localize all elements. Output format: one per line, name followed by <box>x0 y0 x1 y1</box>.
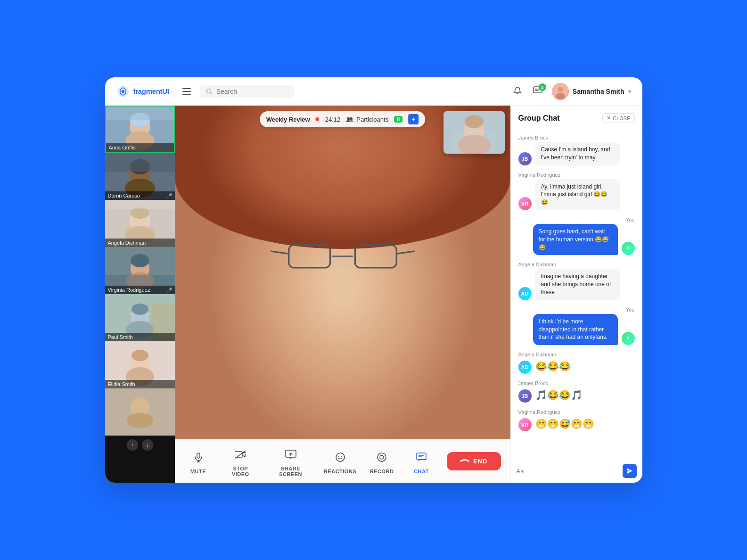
chat-messages: James Brock JB Cause I'm a island boy, a… <box>511 129 642 459</box>
mic-off-icon: 🎤 <box>166 288 172 293</box>
user-name: Samantha Smith <box>573 88 624 95</box>
svg-point-60 <box>378 453 386 461</box>
message-group: Virginia Rodriguez VR Ay, I'mma just isl… <box>518 172 635 210</box>
send-icon <box>626 468 633 474</box>
participant-name: Elidia Smith <box>105 380 175 388</box>
avatar-image <box>552 83 569 100</box>
participant-name: Paul Smith <box>105 333 175 341</box>
top-nav: fragmentUI <box>105 77 642 106</box>
svg-point-1 <box>122 90 124 93</box>
share-screen-button[interactable]: SHARE SCREEN <box>269 445 312 477</box>
message-avatar: JB <box>518 389 532 403</box>
participant-name: Darrin Caruso 🎤 <box>105 191 175 200</box>
participant-tile[interactable] <box>105 388 175 436</box>
message-bubble: 😁😁😅😁😁 <box>535 416 594 431</box>
message-sender: Virginia Rodriguez <box>518 409 635 415</box>
chat-button[interactable]: CHAT <box>407 448 435 474</box>
svg-rect-21 <box>105 200 175 209</box>
send-message-button[interactable] <box>623 464 637 478</box>
svg-point-58 <box>338 456 339 457</box>
message-row: JB Cause I'm a island boy, and I've been… <box>518 142 635 165</box>
chat-nav-button[interactable]: 2 <box>531 84 544 98</box>
participant-tile[interactable]: Elidia Smith <box>105 341 175 388</box>
scroll-down-button[interactable]: ↓ <box>142 439 153 451</box>
main-video-person <box>175 106 510 483</box>
add-participant-button[interactable]: + <box>408 114 419 124</box>
svg-rect-16 <box>105 153 175 172</box>
message-avatar: AD <box>518 287 532 300</box>
message-bubble: Song goes hard, can't wait for the human… <box>533 224 618 255</box>
scroll-up-button[interactable]: ↑ <box>127 439 138 451</box>
participants-info: Participants <box>346 116 388 123</box>
chat-input[interactable] <box>517 468 619 475</box>
stop-video-button[interactable]: STOP VIDEO <box>224 445 258 477</box>
svg-point-30 <box>131 304 148 315</box>
mute-button[interactable]: MUTE <box>184 448 213 474</box>
message-group: Angela Dishman AD Imagine having a daugh… <box>518 262 635 300</box>
svg-point-50 <box>465 115 484 128</box>
record-button[interactable]: RECORD <box>368 448 396 474</box>
participant-tile[interactable]: Angela Dishman <box>105 200 175 247</box>
svg-rect-52 <box>197 453 200 458</box>
svg-point-57 <box>336 453 345 461</box>
hamburger-button[interactable] <box>181 86 193 97</box>
participant-tile[interactable]: Darrin Caruso 🎤 <box>105 153 175 200</box>
message-bubble: 🎵😂😂🎵 <box>535 387 583 403</box>
participant-name: Angela Dishman <box>105 239 175 247</box>
recording-dot <box>316 117 320 121</box>
pip-video <box>443 111 505 154</box>
message-bubble: I think I'd be more disappointed in that… <box>533 314 618 345</box>
call-timer: 24:12 <box>325 116 341 123</box>
participant-video-unknown <box>105 388 175 436</box>
chat-icon <box>412 448 431 467</box>
logo-text: fragmentUI <box>133 87 169 95</box>
message-avatar: JB <box>518 152 532 165</box>
svg-point-59 <box>341 456 342 457</box>
message-row: VR Ay, I'mma just island girl, I'mma jus… <box>518 179 635 210</box>
message-sender: James Brock <box>518 380 635 386</box>
logo-icon <box>116 85 130 98</box>
end-call-icon <box>460 459 469 463</box>
message-row: AD Imagine having a daughter and she bri… <box>518 269 635 300</box>
message-sender: Angela Dishman <box>518 352 635 357</box>
svg-rect-62 <box>417 453 426 460</box>
close-chat-button[interactable]: ✕ CLOSE <box>602 113 634 123</box>
logo-area: fragmentUI <box>116 85 169 98</box>
svg-point-61 <box>380 455 384 459</box>
chat-panel: Group Chat ✕ CLOSE James Brock JB Cause … <box>510 106 642 483</box>
message-bubble: Cause I'm a island boy, and I've been tr… <box>535 142 620 165</box>
user-profile[interactable]: Samantha Smith ▾ <box>552 83 631 100</box>
message-group: James Brock JB Cause I'm a island boy, a… <box>518 135 635 165</box>
svg-point-25 <box>131 254 149 267</box>
message-sender: You <box>518 217 635 222</box>
reactions-label: REACTIONS <box>324 469 356 474</box>
participant-tile[interactable]: Anna Griffis <box>105 106 175 153</box>
message-bubble: Ay, I'mma just island girl, I'mma just i… <box>535 179 620 210</box>
record-label: RECORD <box>370 469 394 474</box>
avatar <box>552 83 569 100</box>
svg-point-5 <box>558 87 563 92</box>
app-window: fragmentUI <box>105 77 642 483</box>
participants-sidebar: Anna Griffis Da <box>105 106 175 483</box>
participant-name: Anna Griffis <box>106 143 174 152</box>
participant-tile[interactable]: Virginia Rodriguez 🎤 <box>105 247 175 294</box>
stop-video-icon <box>231 445 250 464</box>
video-main: Weekly Review 24:12 Participants 8 + <box>175 106 510 483</box>
record-icon <box>372 448 391 467</box>
message-group: James Brock JB 🎵😂😂🎵 <box>518 380 635 403</box>
bell-icon <box>513 86 522 95</box>
message-sender: Angela Dishman <box>518 262 635 267</box>
reactions-button[interactable]: REACTIONS <box>324 448 356 474</box>
end-call-button[interactable]: END <box>447 452 501 470</box>
search-input[interactable] <box>216 88 289 95</box>
mic-off-icon: 🎤 <box>166 193 172 198</box>
notifications-button[interactable] <box>511 84 524 98</box>
svg-point-46 <box>350 117 353 121</box>
message-group: You Y Song goes hard, can't wait for the… <box>518 217 635 255</box>
svg-rect-11 <box>106 107 174 120</box>
participants-icon <box>346 116 353 122</box>
message-bubble: Imagine having a daughter and she brings… <box>535 269 620 300</box>
message-row: Y Song goes hard, can't wait for the hum… <box>518 224 635 255</box>
participant-tile[interactable]: Paul Smith <box>105 294 175 341</box>
message-sender: You <box>518 307 635 313</box>
